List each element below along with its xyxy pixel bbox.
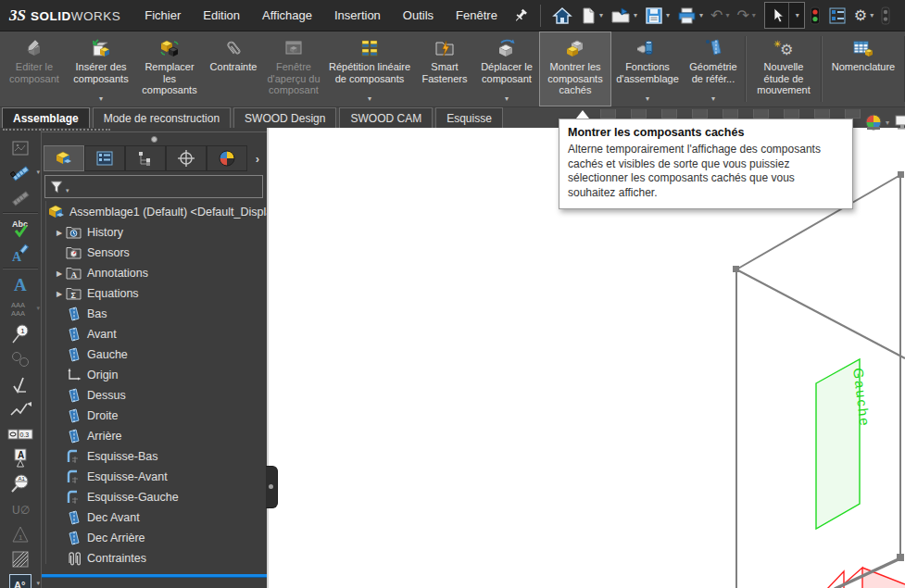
print-button[interactable]: ▾ [674, 3, 706, 29]
angle-note-button[interactable]: A° ▾ [0, 571, 41, 588]
undo-caret: ▾ [725, 11, 729, 19]
performance-button[interactable] [807, 3, 823, 29]
replace-components-button[interactable]: Remplacer les composants [135, 31, 204, 106]
panel-collapse-handle[interactable] [266, 466, 278, 508]
spell-check-button[interactable]: Abc [0, 216, 41, 241]
balloon-glyph: 1 [20, 327, 25, 335]
tree-filter-input[interactable]: ▾ [44, 175, 263, 198]
menu-fenetre[interactable]: Fenêtre [445, 0, 509, 31]
rollback-bar[interactable] [42, 574, 267, 577]
new-document-button[interactable]: ▾ [577, 3, 606, 29]
expand-arrow-icon[interactable]: ▶ [53, 290, 66, 298]
tree-item-esquisse-gauche[interactable]: Esquisse-Gauche [42, 487, 267, 507]
tree-item-annotations[interactable]: ▶ A Annotations [42, 263, 267, 283]
weld-symbol-button[interactable] [0, 396, 41, 421]
new-motion-study-button[interactable]: ⚙ ✳ Nouvelle étude de mouvement [748, 31, 819, 106]
datum-feature-button[interactable]: A [0, 446, 41, 471]
expand-arrow-icon[interactable]: ▶ [53, 229, 66, 237]
linear-pattern-caret[interactable]: ▾ [324, 94, 415, 106]
tab-esquisse[interactable]: Esquisse [435, 107, 503, 128]
tree-item-plane-avant[interactable]: Avant [42, 324, 267, 344]
tree-item-origin[interactable]: Origin [42, 365, 267, 385]
tab-configuration-manager[interactable] [125, 145, 166, 171]
save-button[interactable]: ▾ [642, 3, 672, 29]
tree-item-plane-droite[interactable]: Droite [42, 406, 267, 426]
format-painter-button[interactable]: A [0, 241, 41, 266]
sketch-icon [66, 449, 82, 464]
menu-fichier[interactable]: Fichier [133, 0, 192, 31]
status-light-partial-button[interactable] [878, 3, 893, 29]
open-caret[interactable]: ▾ [634, 11, 637, 19]
panel-grip-handle[interactable] [151, 136, 157, 143]
panel-tabs-expand-arrow[interactable]: › [247, 145, 267, 171]
tree-item-history[interactable]: ▶ History [42, 222, 267, 243]
menu-insertion[interactable]: Insertion [323, 0, 392, 31]
mate-button[interactable]: Contrainte [204, 31, 263, 106]
settings-caret[interactable]: ▾ [870, 11, 874, 19]
angle-note-caret[interactable]: ▾ [36, 580, 40, 587]
tab-property-manager[interactable] [84, 145, 125, 171]
print-caret[interactable]: ▾ [699, 11, 703, 19]
display-options-button[interactable] [825, 3, 849, 29]
reference-geometry-caret[interactable]: ▾ [684, 94, 743, 106]
display-state-button-partial[interactable] [895, 114, 905, 131]
tree-item-sensors[interactable]: Sensors [42, 243, 267, 263]
multinote-glyph-2: AAA [11, 309, 25, 318]
measure-button[interactable]: ▾ [0, 160, 41, 185]
geometric-tolerance-button[interactable]: 0.3 [0, 421, 41, 446]
tab-swood-design[interactable]: SWOOD Design [233, 107, 336, 128]
menu-affichage[interactable]: Affichage [251, 0, 323, 31]
tree-item-plane-gauche[interactable]: Gauche [42, 344, 267, 365]
menu-edition[interactable]: Edition [192, 0, 251, 31]
tree-item-contraintes[interactable]: Contraintes [42, 548, 267, 569]
tree-item-equations[interactable]: ▶ Σ Equations [42, 283, 267, 304]
tree-item-esquisse-bas[interactable]: Esquisse-Bas [42, 446, 267, 467]
tree-item-dec-arriere[interactable]: Dec Arrière [42, 528, 267, 548]
appearance-sphere-button[interactable]: ▾ [864, 113, 889, 131]
tree-item-plane-arriere[interactable]: Arrière [42, 426, 267, 446]
appearance-caret[interactable]: ▾ [886, 119, 889, 127]
area-hatch-button[interactable] [0, 546, 41, 571]
balloon-button[interactable]: 1 [0, 321, 41, 346]
insert-components-button[interactable]: Insérer des composants ▾ [67, 31, 135, 106]
note-button[interactable]: A [0, 271, 41, 296]
bill-of-materials-button[interactable]: Nomenclature [824, 31, 902, 106]
settings-button[interactable]: ⚙ ▾ [851, 3, 876, 29]
measure-caret[interactable]: ▾ [36, 169, 40, 176]
open-button[interactable]: ▾ [608, 3, 640, 29]
move-component-caret[interactable]: ▾ [474, 94, 539, 106]
tree-root[interactable]: Assemblage1 (Default) <Default_Display [42, 201, 267, 222]
tree-item-dec-avant[interactable]: Dec Avant [42, 507, 267, 528]
reference-geometry-button[interactable]: Géométrie de référ... ▾ [684, 31, 743, 106]
filter-caret[interactable]: ▾ [66, 187, 69, 194]
datum-target-button[interactable]: A1 [0, 471, 41, 496]
select-tool-caret[interactable]: ▾ [788, 3, 803, 28]
save-caret[interactable]: ▾ [666, 11, 670, 19]
menu-outils[interactable]: Outils [392, 0, 445, 31]
show-hidden-components-button[interactable]: Montrer les composants cachés [539, 31, 611, 106]
insert-components-caret[interactable]: ▾ [67, 94, 135, 106]
select-tool-button[interactable] [766, 3, 788, 28]
home-button[interactable] [549, 3, 575, 29]
pin-menubar-button[interactable] [512, 7, 529, 24]
new-document-caret[interactable]: ▾ [599, 11, 603, 19]
toolbar-drag-grip[interactable] [3, 129, 110, 131]
tab-swood-cam[interactable]: SWOOD CAM [339, 107, 433, 128]
tab-feature-manager[interactable] [44, 145, 84, 171]
expand-arrow-icon[interactable]: ▶ [53, 269, 66, 278]
tree-item-esquisse-avant[interactable]: Esquisse-Avant [42, 467, 267, 487]
assembly-features-caret[interactable]: ▾ [611, 94, 684, 106]
linear-pattern-button[interactable]: Répétition linéaire de composants ▾ [324, 31, 415, 106]
tab-display-manager[interactable] [207, 145, 247, 171]
assembly-features-button[interactable]: Fonctions d'assemblage ▾ [611, 31, 684, 106]
smart-fasteners-button[interactable]: Smart Fasteners [415, 31, 474, 106]
tab-mode-de-reconstruction[interactable]: Mode de reconstruction [93, 107, 231, 128]
tree-item-plane-dessus[interactable]: Dessus [42, 385, 267, 406]
tree-item-label: Bas [87, 307, 107, 320]
surface-finish-button[interactable] [0, 371, 41, 396]
tab-assemblage[interactable]: Assemblage [2, 107, 90, 128]
tab-dimxpert-manager[interactable] [166, 145, 207, 171]
tree-item-plane-bas[interactable]: Bas [42, 304, 267, 324]
select-tool-group[interactable]: ▾ [764, 2, 805, 29]
move-component-button[interactable]: Déplacer le composant ▾ [474, 31, 539, 106]
